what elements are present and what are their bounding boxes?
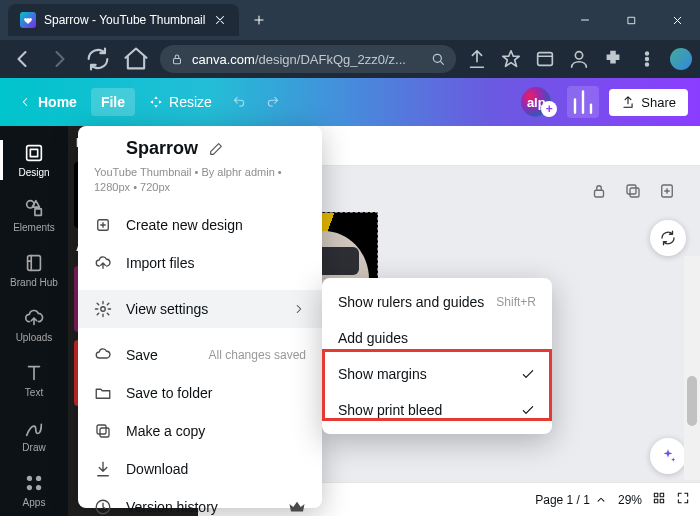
submenu-show-rulers[interactable]: Show rulers and guidesShift+R	[322, 284, 552, 320]
resize-button[interactable]: Resize	[143, 90, 218, 114]
file-menu-button[interactable]: File	[91, 88, 135, 116]
account-icon[interactable]	[568, 48, 590, 70]
extensions-icon[interactable]	[602, 48, 624, 70]
duplicate-page-icon[interactable]	[624, 182, 642, 200]
page-indicator[interactable]: Page 1 / 1	[535, 493, 608, 507]
browser-titlebar: Sparrow - YouTube Thumbnail	[0, 0, 700, 40]
check-icon	[520, 366, 536, 382]
svg-point-5	[646, 52, 649, 55]
share-label: Share	[641, 95, 676, 110]
svg-rect-0	[628, 17, 634, 23]
svg-rect-18	[595, 190, 604, 197]
menu-save-folder[interactable]: Save to folder	[78, 374, 322, 412]
browser-tab[interactable]: Sparrow - YouTube Thumbnail	[8, 4, 239, 36]
menu-import-files[interactable]: Import files	[78, 244, 322, 282]
window-icon[interactable]	[534, 48, 556, 70]
svg-rect-30	[97, 425, 106, 434]
home-label: Home	[38, 94, 77, 110]
sidebar-item-brandhub[interactable]: Brand Hub	[0, 244, 68, 297]
menu-make-copy[interactable]: Make a copy	[78, 412, 322, 450]
svg-rect-24	[660, 493, 664, 497]
svg-point-16	[37, 485, 41, 489]
redo-button[interactable]	[260, 91, 286, 113]
close-tab-icon[interactable]	[213, 13, 227, 27]
sidebar-item-design[interactable]: Design	[0, 134, 68, 187]
canva-toolbar: Home File Resize alp + Share	[0, 78, 700, 126]
magic-button[interactable]	[650, 438, 686, 474]
sidebar-item-apps[interactable]: Apps	[0, 463, 68, 516]
menu-download[interactable]: Download	[78, 450, 322, 488]
svg-point-2	[433, 54, 441, 62]
share-url-icon[interactable]	[466, 48, 488, 70]
star-icon[interactable]	[500, 48, 522, 70]
add-member-icon[interactable]: +	[541, 101, 557, 117]
svg-rect-9	[30, 150, 37, 157]
url-domain: canva.com	[192, 52, 255, 67]
svg-rect-3	[538, 53, 553, 66]
submenu-add-guides[interactable]: Add guides	[322, 320, 552, 356]
chevron-right-icon	[292, 302, 306, 316]
home-button[interactable]	[122, 45, 150, 73]
svg-point-4	[575, 52, 582, 59]
menu-view-settings[interactable]: View settings	[78, 290, 322, 328]
add-page-icon[interactable]	[658, 182, 676, 200]
svg-rect-19	[630, 188, 639, 197]
check-icon	[520, 402, 536, 418]
home-nav[interactable]: Home	[12, 90, 83, 114]
menu-create-new[interactable]: Create new design	[78, 206, 322, 244]
analytics-button[interactable]	[567, 86, 599, 118]
save-status: All changes saved	[209, 348, 306, 362]
view-settings-submenu: Show rulers and guidesShift+R Add guides…	[322, 278, 552, 434]
svg-rect-25	[654, 499, 658, 503]
edit-title-icon[interactable]	[208, 141, 224, 157]
svg-point-28	[101, 307, 106, 312]
svg-rect-26	[660, 499, 664, 503]
window-close[interactable]	[654, 0, 700, 40]
undo-button[interactable]	[226, 91, 252, 113]
file-title: Sparrow	[126, 138, 198, 159]
svg-point-15	[28, 485, 32, 489]
svg-point-7	[646, 63, 649, 66]
svg-point-13	[28, 476, 32, 480]
svg-point-14	[37, 476, 41, 480]
file-panel: Sparrow YouTube Thumbnail • By alphr adm…	[78, 126, 322, 508]
sidebar-item-draw[interactable]: Draw	[0, 408, 68, 461]
fullscreen-icon[interactable]	[676, 491, 690, 508]
back-button[interactable]	[8, 45, 36, 73]
vertical-scrollbar[interactable]	[684, 256, 700, 480]
forward-button[interactable]	[46, 45, 74, 73]
window-minimize[interactable]	[562, 0, 608, 40]
sidebar-item-text[interactable]: Text	[0, 353, 68, 406]
sidebar-item-uploads[interactable]: Uploads	[0, 299, 68, 352]
svg-rect-12	[28, 256, 41, 271]
shortcut-label: Shift+R	[496, 295, 536, 309]
extension-badge[interactable]	[670, 48, 692, 70]
svg-rect-20	[627, 185, 636, 194]
resize-label: Resize	[169, 94, 212, 110]
sidebar-item-elements[interactable]: Elements	[0, 189, 68, 242]
menu-save[interactable]: SaveAll changes saved	[78, 336, 322, 374]
window-maximize[interactable]	[608, 0, 654, 40]
grid-view-icon[interactable]	[652, 491, 666, 508]
lock-page-icon[interactable]	[590, 182, 608, 200]
submenu-show-margins[interactable]: Show margins	[322, 356, 552, 392]
submenu-show-bleed[interactable]: Show print bleed	[322, 392, 552, 428]
file-meta: YouTube Thumbnail • By alphr admin • 128…	[78, 165, 322, 206]
refresh-canvas-button[interactable]	[650, 220, 686, 256]
left-sidebar: Design Elements Brand Hub Uploads Text D…	[0, 126, 68, 516]
new-tab-button[interactable]	[245, 6, 273, 34]
svg-rect-8	[27, 146, 42, 161]
url-path: /design/DAFkQg_2zz0/z...	[255, 52, 406, 67]
svg-point-6	[646, 58, 649, 61]
tab-title: Sparrow - YouTube Thumbnail	[44, 13, 205, 27]
svg-rect-29	[100, 428, 109, 437]
search-in-url-icon[interactable]	[430, 51, 446, 67]
reload-button[interactable]	[84, 45, 112, 73]
crown-icon	[288, 498, 306, 516]
url-box[interactable]: canva.com/design/DAFkQg_2zz0/z...	[160, 45, 456, 73]
share-button[interactable]: Share	[609, 89, 688, 116]
svg-rect-23	[654, 493, 658, 497]
zoom-level[interactable]: 29%	[618, 493, 642, 507]
more-icon[interactable]	[636, 48, 658, 70]
menu-version-history[interactable]: Version history	[78, 488, 322, 516]
